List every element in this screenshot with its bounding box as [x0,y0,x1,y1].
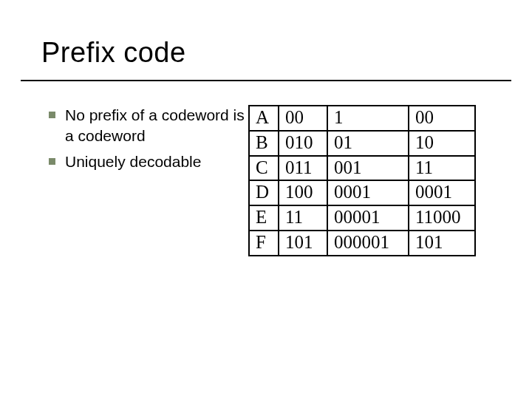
table-row: E 11 00001 11000 [249,205,475,231]
table-row: C 011 001 11 [249,156,475,181]
code-cell: 11000 [409,205,475,231]
code-table-wrap: A 00 1 00 B 010 01 10 C 011 001 [248,105,476,256]
code-cell: 1 [327,106,409,131]
code-cell: 11 [409,156,475,181]
code-table: A 00 1 00 B 010 01 10 C 011 001 [248,105,476,256]
code-cell: 001 [327,156,409,181]
code-cell: 100 [279,180,327,205]
code-cell: 10 [409,131,475,156]
title-rule [21,80,511,81]
symbol-cell: B [249,131,279,156]
bullet-item: Uniquely decodable [49,151,247,172]
code-cell: 101 [279,231,327,256]
bullet-text: No prefix of a codeword is a codeword [65,106,245,144]
symbol-cell: C [249,156,279,181]
slide: Prefix code No prefix of a codeword is a… [0,0,532,399]
bullet-text: Uniquely decodable [65,153,201,170]
symbol-cell: D [249,180,279,205]
square-bullet-icon [49,158,55,165]
slide-body: No prefix of a codeword is a codeword Un… [49,105,510,256]
code-cell: 011 [279,156,327,181]
code-cell: 11 [279,205,327,231]
bullet-list: No prefix of a codeword is a codeword Un… [49,105,247,177]
symbol-cell: A [249,106,279,131]
code-cell: 00 [409,106,475,131]
table-row: A 00 1 00 [249,106,475,131]
title-wrap: Prefix code [41,37,186,69]
square-bullet-icon [49,112,55,118]
code-cell: 101 [409,231,475,256]
code-cell: 00 [279,106,327,131]
table-row: B 010 01 10 [249,131,475,156]
bullet-item: No prefix of a codeword is a codeword [49,105,247,147]
slide-title: Prefix code [41,37,186,69]
table-row: D 100 0001 0001 [249,180,475,205]
code-cell: 000001 [327,231,409,256]
symbol-cell: F [249,231,279,256]
code-cell: 010 [279,131,327,156]
table-row: F 101 000001 101 [249,231,475,256]
code-cell: 0001 [327,180,409,205]
code-cell: 01 [327,131,409,156]
code-cell: 0001 [409,180,475,205]
code-cell: 00001 [327,205,409,231]
symbol-cell: E [249,205,279,231]
